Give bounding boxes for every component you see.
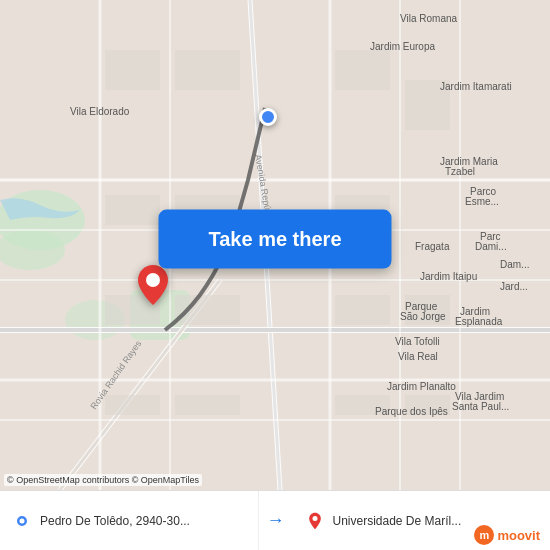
map-container: Vila Romana Vila Eldorado Jardim Europa … xyxy=(0,0,550,490)
moovit-m-icon: m xyxy=(474,525,494,545)
svg-text:Jardim Itaipu: Jardim Itaipu xyxy=(420,271,477,282)
svg-text:Santa Paul...: Santa Paul... xyxy=(452,401,509,412)
svg-text:Fragata: Fragata xyxy=(415,241,450,252)
svg-text:Jardim Planalto: Jardim Planalto xyxy=(387,381,456,392)
origin-marker xyxy=(259,108,277,126)
bottom-bar: Pedro De Tolêdo, 2940-30... → Universida… xyxy=(0,490,550,550)
take-me-there-button[interactable]: Take me there xyxy=(158,210,391,269)
svg-text:Vila Real: Vila Real xyxy=(398,351,438,362)
svg-text:Esplanada: Esplanada xyxy=(455,316,503,327)
to-label: Universidade De Maríl... xyxy=(333,514,462,528)
svg-text:Jard...: Jard... xyxy=(500,281,528,292)
svg-text:Parque dos Ipês: Parque dos Ipês xyxy=(375,406,448,417)
osm-attribution: © OpenStreetMap contributors © OpenMapTi… xyxy=(4,474,202,486)
from-section[interactable]: Pedro De Tolêdo, 2940-30... xyxy=(0,491,259,550)
svg-text:Vila Eldorado: Vila Eldorado xyxy=(70,106,130,117)
svg-rect-21 xyxy=(105,50,160,90)
location-from-icon xyxy=(12,511,32,531)
moovit-logo: m moovit xyxy=(474,525,540,545)
svg-text:Dami...: Dami... xyxy=(475,241,507,252)
svg-rect-22 xyxy=(175,50,240,90)
svg-rect-32 xyxy=(105,395,160,415)
svg-text:Dam...: Dam... xyxy=(500,259,529,270)
svg-rect-30 xyxy=(335,295,390,325)
svg-rect-33 xyxy=(175,395,240,415)
svg-text:Vila Tofolli: Vila Tofolli xyxy=(395,336,440,347)
svg-text:Jardim Europa: Jardim Europa xyxy=(370,41,435,52)
from-label: Pedro De Tolêdo, 2940-30... xyxy=(40,514,190,528)
svg-text:Vila Romana: Vila Romana xyxy=(400,13,458,24)
svg-rect-23 xyxy=(335,50,390,90)
location-to-icon xyxy=(305,511,325,531)
svg-text:São Jorge: São Jorge xyxy=(400,311,446,322)
destination-marker xyxy=(138,265,168,309)
arrow-icon: → xyxy=(267,510,285,531)
svg-point-65 xyxy=(312,516,317,521)
svg-rect-25 xyxy=(105,195,160,225)
svg-point-64 xyxy=(20,518,25,523)
svg-point-62 xyxy=(146,273,160,287)
moovit-text: moovit xyxy=(497,528,540,543)
svg-text:Tzabel: Tzabel xyxy=(445,166,475,177)
svg-text:Esme...: Esme... xyxy=(465,196,499,207)
svg-rect-29 xyxy=(175,295,240,325)
svg-text:Jardim Itamarati: Jardim Itamarati xyxy=(440,81,512,92)
